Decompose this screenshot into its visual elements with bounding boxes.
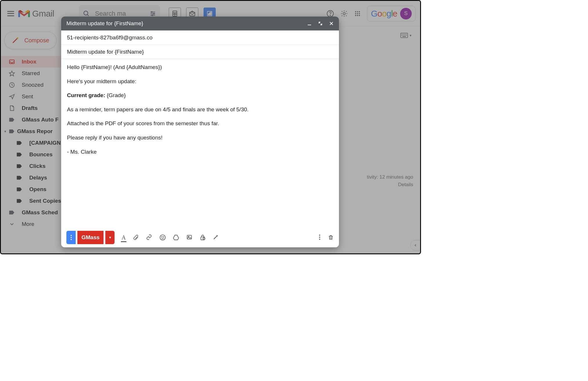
send-icon [8,93,15,100]
input-tools-indicator[interactable]: ▼ [400,33,412,38]
label-icon [16,164,23,169]
svg-point-6 [153,13,155,14]
nav-gmass-reports[interactable]: ▼GMass Repor [1,126,68,137]
nav-sub-bounces[interactable]: Bounces [1,149,68,160]
svg-rect-15 [209,13,210,15]
svg-point-26 [355,15,356,16]
help-icon[interactable] [326,10,334,17]
star-icon [8,70,15,77]
svg-point-7 [152,14,153,16]
svg-rect-34 [402,34,402,35]
side-panel-toggle[interactable] [410,240,421,251]
details-link[interactable]: Details [367,182,413,188]
clock-icon [8,82,15,88]
nav-inbox[interactable]: Inbox [1,56,68,68]
svg-point-0 [84,11,88,15]
nav-sub-delays[interactable]: Delays [1,172,68,184]
nav-sent[interactable]: Sent [1,91,68,102]
compose-label: Compose [24,37,49,44]
svg-rect-42 [405,35,406,36]
nav-list: Inbox Starred Snoozed Sent Drafts GMass … [1,56,68,230]
attach-icon[interactable] [133,234,139,241]
nav-drafts[interactable]: Drafts [1,102,68,114]
nav-sub-campaign[interactable]: [CAMPAIGN [1,137,68,149]
nav-starred[interactable]: Starred [1,68,68,79]
settings-icon[interactable] [340,10,348,17]
gmail-brand-text: Gmail [32,9,54,19]
link-icon[interactable] [146,234,153,241]
gmail-logo[interactable]: Gmail [18,9,54,19]
compose-button[interactable]: Compose [4,32,57,49]
main-menu-icon[interactable] [7,11,14,16]
gmail-m-icon [18,9,30,18]
compose-to-field[interactable]: 51-recipients-827ba6f9@gmass.co [61,30,339,45]
svg-point-51 [70,237,72,238]
body-signoff: - Ms. Clarke [67,148,333,156]
svg-rect-35 [403,34,403,35]
keyboard-icon [400,33,408,38]
restore-icon[interactable] [318,21,323,26]
gmass-send-button[interactable]: GMass [77,231,104,244]
svg-rect-12 [190,12,195,16]
emoji-icon[interactable] [159,234,166,241]
google-account-box[interactable]: Google S [367,6,415,21]
gmass-send-dropdown[interactable]: ▼ [105,231,115,244]
svg-point-21 [357,11,358,12]
nav-gmass-scheduled[interactable]: GMass Sched [1,207,68,218]
svg-rect-44 [402,36,406,37]
signature-icon[interactable] [213,234,219,241]
account-avatar[interactable]: S [400,8,412,19]
compose-header[interactable]: Midterm update for {FirstName} [61,17,339,30]
search-options-icon[interactable] [150,10,156,17]
chevron-left-icon [413,243,418,247]
drive-icon[interactable] [173,234,179,241]
svg-point-63 [319,239,320,240]
compose-body[interactable]: Hello {FirstName}! (And {AdultNames}) He… [61,59,339,228]
label-icon [8,129,15,134]
gmass-options-button[interactable] [66,231,76,244]
svg-rect-45 [308,25,311,25]
svg-point-27 [357,15,358,16]
svg-rect-37 [405,34,406,35]
close-icon[interactable] [329,21,334,26]
label-icon [16,152,23,157]
label-icon [16,187,23,192]
text-format-icon[interactable]: A [121,234,126,241]
nav-snoozed[interactable]: Snoozed [1,79,68,91]
nav-gmass-autof[interactable]: GMass Auto F [1,114,68,126]
svg-point-24 [357,13,358,14]
more-options-icon[interactable] [319,234,320,241]
svg-point-53 [160,235,165,240]
svg-point-22 [359,11,360,12]
svg-point-62 [319,237,320,238]
nav-sub-opens[interactable]: Opens [1,184,68,195]
label-icon [8,117,15,122]
svg-point-52 [70,239,72,240]
sidebar: Compose Inbox Starred Snoozed Sent Draft… [1,26,68,230]
svg-point-25 [359,13,360,14]
compose-title: Midterm update for {FirstName} [66,20,307,27]
caret-down-icon: ▼ [4,130,7,133]
label-icon [8,210,15,215]
search-input[interactable] [95,10,139,17]
pencil-icon [12,37,19,44]
search-icon [83,10,90,17]
svg-point-5 [151,11,152,12]
caret-down-icon: ▼ [409,34,412,37]
header-right: Google S [326,6,415,21]
svg-marker-31 [9,71,14,76]
discard-icon[interactable] [328,234,334,241]
apps-grid-icon[interactable] [354,10,361,17]
confidential-icon[interactable] [199,234,206,241]
compose-toolbar: GMass ▼ A [61,228,339,247]
svg-marker-56 [173,235,179,240]
svg-rect-41 [404,35,404,36]
nav-sub-clicks[interactable]: Clicks [1,160,68,172]
compose-subject-field[interactable]: Midterm update for {FirstName} [61,45,339,59]
image-icon[interactable] [186,234,193,241]
inbox-icon [8,59,15,65]
nav-sub-sentcopies[interactable]: Sent Copies [1,195,68,207]
nav-more[interactable]: More [1,218,68,230]
minimize-icon[interactable] [307,21,312,26]
body-line3: Attached is the PDF of your scores from … [67,120,333,128]
